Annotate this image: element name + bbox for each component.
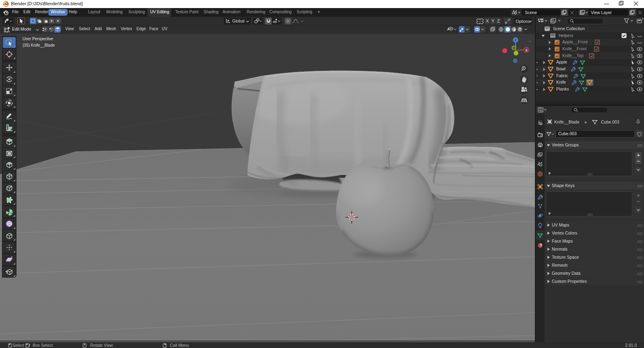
svg-text:(35) Knife__Blade: (35) Knife__Blade — [23, 43, 55, 47]
svg-text:X: X — [525, 48, 528, 52]
svg-text:Y: Y — [513, 46, 515, 50]
svg-text:Z: Z — [514, 38, 517, 42]
svg-text:‹: ‹ — [529, 39, 531, 43]
svg-text:User Perspective: User Perspective — [23, 37, 54, 41]
